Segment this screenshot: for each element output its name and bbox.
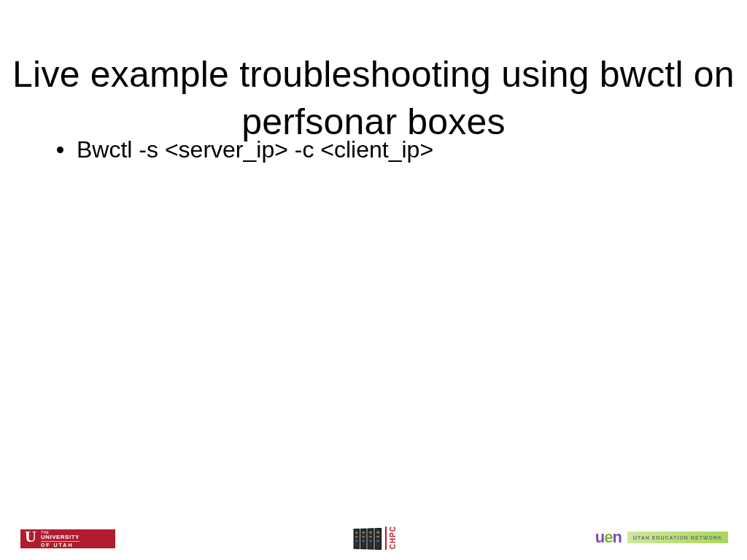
university-of-utah-logo: U THE UNIVERSITY OF UTAH <box>20 529 115 548</box>
slide-title: Live example troubleshooting using bwctl… <box>0 51 747 146</box>
divider <box>385 526 387 550</box>
uen-n: n <box>612 528 621 547</box>
server-rack-icon <box>354 528 382 550</box>
list-item: Bwctl -s <server_ip> -c <client_ip> <box>57 136 703 163</box>
chpc-logo: CHPC <box>350 525 397 550</box>
uu-text: THE UNIVERSITY OF UTAH <box>41 531 80 548</box>
slide-footer: U THE UNIVERSITY OF UTAH CHPC u e n <box>0 521 747 550</box>
uen-u: u <box>595 528 604 547</box>
slide-body: Bwctl -s <server_ip> -c <client_ip> <box>57 136 703 163</box>
uen-logo: u e n UTAH EDUCATION NETWORK <box>595 528 728 547</box>
uen-mark-icon: u e n <box>595 528 622 547</box>
uen-e: e <box>604 528 612 547</box>
uen-label: UTAH EDUCATION NETWORK <box>627 532 728 543</box>
slide: Live example troubleshooting using bwctl… <box>0 0 747 560</box>
uu-line1: UNIVERSITY <box>41 534 80 540</box>
uu-mark-icon: U <box>23 529 38 545</box>
bullet-icon <box>57 147 63 153</box>
uu-line2: OF UTAH <box>41 541 80 548</box>
chpc-label: CHPC <box>389 526 397 549</box>
bullet-text: Bwctl -s <server_ip> -c <client_ip> <box>77 136 433 163</box>
